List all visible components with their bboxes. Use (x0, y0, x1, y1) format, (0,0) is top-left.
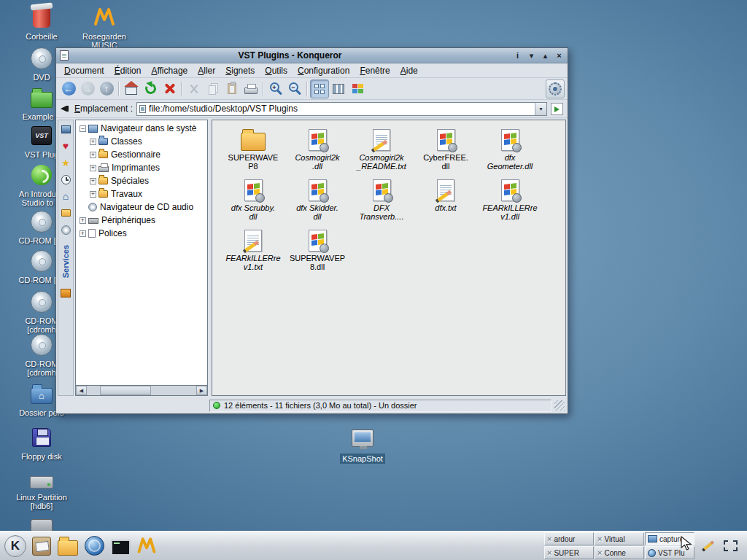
window-titlebar[interactable]: VST Plugins - Konqueror i▾▴× (56, 48, 568, 63)
menu-item-7[interactable]: Configuration (293, 64, 355, 77)
location-go-button[interactable] (551, 103, 563, 115)
home-tab[interactable]: ⌂ (59, 190, 72, 202)
scroll-left-button[interactable]: ◀ (76, 386, 87, 395)
toolbar-forward-button[interactable]: → (78, 79, 97, 98)
tree-item[interactable]: +Classes (76, 135, 207, 148)
region-tray-icon[interactable] (724, 540, 738, 551)
menu-item-8[interactable]: Fenêtre (355, 64, 395, 77)
tree-item[interactable]: −Navigateur dans le systè (76, 122, 207, 135)
task-button[interactable]: ×Virtual (595, 532, 644, 545)
scroll-thumb[interactable] (100, 386, 151, 395)
toolbar-paste-button[interactable] (222, 79, 241, 98)
tree-expander[interactable]: + (90, 139, 96, 145)
menu-item-5[interactable]: Signets (220, 64, 260, 77)
toolbar-copy-button[interactable] (204, 79, 222, 98)
launcher-kmenu[interactable]: K (3, 534, 28, 559)
tree-item[interactable]: +Imprimantes (76, 161, 207, 174)
toolbar-up-button[interactable]: ↑ (97, 79, 116, 98)
toolbar-zoom-in-button[interactable]: + (266, 79, 285, 98)
file-item[interactable]: FEARkILLERrev1.txt (221, 227, 285, 277)
help-button[interactable]: i (511, 50, 524, 61)
launcher-rosegarden[interactable] (134, 534, 159, 559)
tree-item[interactable]: Navigateur de CD audio (76, 201, 207, 214)
taskbar-tasks: ×ardour×Virtualcapture×SUPER×ConneVST Pl… (544, 532, 694, 559)
file-item[interactable]: dfxGeometer.dll (478, 126, 542, 176)
toolbar-cut-button[interactable] (185, 79, 204, 98)
tree-expander[interactable]: − (80, 125, 86, 132)
launcher-terminal[interactable] (108, 534, 133, 559)
history-tab[interactable] (59, 174, 72, 185)
tree-item-label: Travaux (111, 189, 142, 199)
toolbar-back-button[interactable]: ← (59, 79, 78, 98)
wizard-tab[interactable]: ★ (59, 157, 72, 168)
toolbar-multicolumn-view-button[interactable] (329, 79, 348, 98)
close-button[interactable]: × (553, 50, 565, 61)
cdrom-tab[interactable] (59, 224, 72, 236)
tree-expander[interactable]: + (90, 191, 96, 198)
tree-expander[interactable]: + (80, 230, 86, 237)
tree-expander[interactable]: + (90, 152, 96, 158)
toolbar-icon-view-button[interactable] (310, 79, 329, 98)
tree-expander[interactable]: + (90, 165, 96, 171)
toolbar-detail-view-button[interactable] (348, 79, 367, 98)
menu-item-4[interactable]: Aller (193, 64, 220, 77)
menu-item-1[interactable]: Document (59, 64, 109, 77)
file-item[interactable]: dfx.txt (414, 176, 478, 227)
desktop-icon-trash[interactable]: Corbeille (12, 4, 71, 41)
konsole-tab[interactable] (59, 287, 72, 299)
file-item[interactable]: CyberFREE.dll (414, 126, 478, 176)
launcher-system-folder[interactable] (55, 534, 80, 559)
task-button[interactable]: capture (645, 532, 694, 545)
tree-item[interactable]: +Polices (76, 227, 207, 240)
tree-item[interactable]: +Travaux (76, 187, 207, 201)
services-tab[interactable]: Services (61, 245, 70, 278)
toolbar-print-button[interactable] (241, 79, 260, 98)
root-tab[interactable] (59, 123, 72, 135)
task-button[interactable]: ×Conne (595, 546, 644, 559)
tree-item[interactable]: +Gestionnaire (76, 148, 207, 161)
desktop-icon-floppy[interactable]: Floppy disk (12, 424, 71, 461)
file-item[interactable]: Cosmogirl2k.dll (285, 126, 349, 176)
location-dropdown-button[interactable]: ▾ (535, 103, 546, 115)
file-item[interactable]: DFXTransverb.... (349, 176, 414, 227)
toolbar-reload-button[interactable] (141, 79, 160, 98)
toolbar-home-button[interactable] (122, 79, 141, 98)
toolbar-zoom-out-button[interactable]: − (285, 79, 304, 98)
window-menu-icon[interactable] (60, 50, 69, 61)
task-button[interactable]: VST Plu (645, 546, 694, 559)
tree-horizontal-scrollbar[interactable]: ◀ ▶ (75, 385, 208, 396)
file-item[interactable]: dfx Skidder.dll (285, 176, 349, 227)
launcher-konqueror[interactable] (82, 534, 107, 559)
tree-expander[interactable]: + (80, 217, 86, 224)
clear-location-button[interactable] (61, 104, 71, 114)
file-item[interactable]: Cosmogirl2k_README.txt (349, 126, 414, 176)
file-item[interactable]: FEARkILLERrev1.dll (478, 176, 542, 227)
file-item[interactable]: SUPERWAVEP8.dll (285, 227, 349, 277)
desktop-icon-hdb6[interactable]: Linux Partition[hdb6] (12, 465, 71, 510)
menu-item-2[interactable]: Édition (109, 64, 147, 77)
konqueror-gear-icon[interactable] (546, 79, 565, 98)
menu-item-6[interactable]: Outils (260, 64, 293, 77)
tree-item[interactable]: +Spéciales (76, 174, 207, 187)
menu-item-9[interactable]: Aide (395, 64, 423, 77)
desktop-icon-rosegarden[interactable]: RosegardenMUSIC (75, 4, 133, 50)
location-input[interactable]: file:/home/studio/Desktop/VST Plugins ▾ (136, 102, 547, 116)
tree-item[interactable]: +Périphériques (76, 214, 207, 227)
task-button[interactable]: ×SUPER (544, 546, 594, 559)
file-item[interactable]: dfx Scrubby.dll (221, 176, 285, 227)
maximize-button[interactable]: ▴ (539, 50, 551, 61)
launcher-show-desktop[interactable] (29, 534, 54, 559)
scroll-right-button[interactable]: ▶ (196, 386, 207, 395)
resize-grip[interactable] (554, 400, 565, 411)
network-tab[interactable] (59, 207, 72, 219)
minimize-button[interactable]: ▾ (525, 50, 538, 61)
task-button[interactable]: ×ardour (544, 532, 594, 545)
desktop-icon-ksnapshot[interactable]: KSnapShot (333, 425, 392, 464)
menu-item-3[interactable]: Affichage (146, 64, 193, 77)
pen-tray-icon[interactable] (700, 538, 716, 554)
toolbar-stop-button[interactable] (160, 79, 179, 98)
reload-icon (143, 82, 157, 96)
tree-expander[interactable]: + (90, 178, 96, 184)
bookmarks-tab[interactable]: ♥ (59, 140, 72, 152)
file-item[interactable]: SUPERWAVEP8 (221, 126, 285, 176)
